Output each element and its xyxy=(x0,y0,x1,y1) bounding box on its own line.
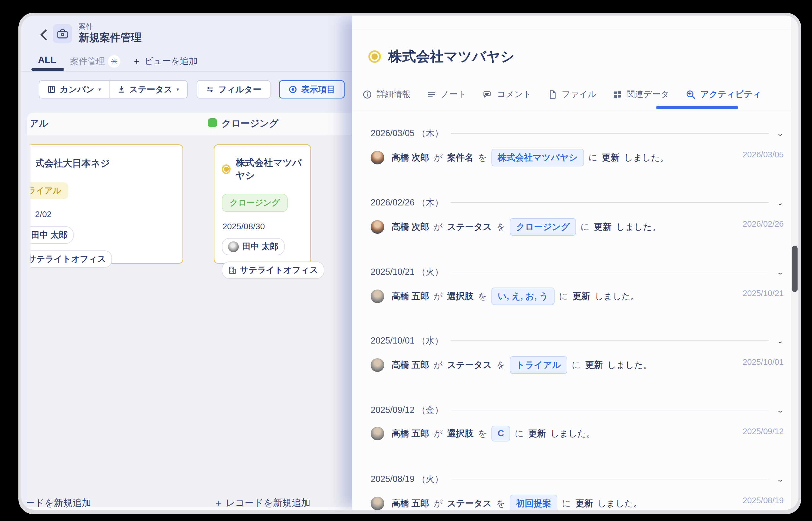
chevron-down-icon: ▾ xyxy=(98,86,101,93)
card-company-name: 株式会社マツバヤシ xyxy=(236,157,310,182)
field-name: 選択肢 xyxy=(447,428,473,439)
owner-name: 田中 太郎 xyxy=(31,229,67,241)
group-by-icon xyxy=(117,86,125,93)
date-divider xyxy=(451,133,769,134)
actor-name: 高橋 次郎 xyxy=(392,152,429,163)
record-status-radio-icon xyxy=(368,50,381,63)
card-owner-chip: 田中 太郎 xyxy=(30,226,183,244)
tab-details[interactable]: 詳細情報 xyxy=(363,89,411,100)
field-name: ステータス xyxy=(447,359,492,371)
view-tab-kanri-label: 案件管理 xyxy=(70,55,105,67)
new-value-chip: 株式会社マツバヤシ xyxy=(491,149,584,166)
collapse-chevron-icon[interactable]: ⌄ xyxy=(776,268,784,276)
date-divider xyxy=(451,340,769,341)
layout-select-button[interactable]: カンバン ▾ xyxy=(39,81,109,98)
card-status-badge: クロージング xyxy=(222,194,288,212)
new-value-chip: クロージング xyxy=(510,218,576,236)
layout-groupby-segmented-control: カンバン ▾ ステータス ▾ xyxy=(39,81,188,98)
record-type-label: 案件 xyxy=(79,22,93,31)
tab-related-data[interactable]: 関連データ xyxy=(613,89,669,100)
date-divider xyxy=(451,202,769,203)
actor-avatar xyxy=(371,358,384,372)
tab-notes[interactable]: ノート xyxy=(427,89,466,100)
chevron-left-icon xyxy=(40,29,47,41)
display-fields-button[interactable]: 表示項目 xyxy=(279,81,345,98)
groupby-label: ステータス xyxy=(129,84,172,95)
actor-name: 高橋 五郎 xyxy=(392,359,429,371)
new-value-chip: い, え, お, う xyxy=(491,288,555,305)
filter-button[interactable]: フィルター xyxy=(196,81,271,98)
record-detail-panel: 株式会社マツバヤシ 詳細情報 ノート コメ xyxy=(352,16,798,510)
activity-group: 2025/10/21 （火） ⌄ 高橋 五郎 が 選択肢 を い, え, お, … xyxy=(371,266,784,305)
card-company-name: 株式会社大日本ネジ xyxy=(36,157,183,170)
groupby-select-button[interactable]: ステータス ▾ xyxy=(109,81,187,98)
actor-name: 高橋 五郎 xyxy=(392,498,429,509)
actor-avatar xyxy=(371,151,384,164)
active-view-tab-underline xyxy=(31,68,64,71)
kanban-card-matsubayashi[interactable]: 株式会社マツバヤシ クロージング 2025/08/30 田中 太郎 xyxy=(214,144,311,264)
card-status-badge: トライアル xyxy=(30,182,183,199)
activity-entry: 高橋 五郎 が ステータス を 初回提案 に 更新 しました。 2025/08/… xyxy=(371,495,784,510)
activity-entry: 高橋 五郎 が 選択肢 を い, え, お, う に 更新 しました。 2025… xyxy=(371,288,784,305)
card-office-chip: サテライトオフィス xyxy=(30,250,183,268)
actor-name: 高橋 五郎 xyxy=(392,428,429,439)
column-header-trial: トライアル xyxy=(31,117,65,130)
tab-activity[interactable]: アクティビティ xyxy=(686,89,761,100)
activity-date: 2026/03/05 （木） xyxy=(371,127,443,139)
date-divider xyxy=(451,410,769,410)
collapse-chevron-icon[interactable]: ⌄ xyxy=(776,199,784,207)
tab-files[interactable]: ファイル xyxy=(548,89,597,100)
activity-date: 2025/10/01 （水） xyxy=(371,335,443,347)
kanban-card-dainihon-neji[interactable]: 株式会社大日本ネジ トライアル 2/02 田中 太郎 xyxy=(30,144,183,264)
activity-entry: 高橋 次郎 が 案件名 を 株式会社マツバヤシ に 更新 しました。 2026/… xyxy=(371,149,784,166)
chevron-down-icon: ▾ xyxy=(177,86,179,93)
activity-group: 2025/09/12 （金） ⌄ 高橋 五郎 が 選択肢 を C に 更新 しま… xyxy=(371,404,784,441)
scrollbar-thumb[interactable] xyxy=(792,246,797,292)
collapse-chevron-icon[interactable]: ⌄ xyxy=(776,337,784,345)
add-record-button-closing[interactable]: ＋ レコードを新規追加 xyxy=(214,497,310,509)
card-date: 2025/08/30 xyxy=(223,222,310,231)
field-name: 選択肢 xyxy=(447,290,473,302)
activity-entry: 高橋 次郎 が ステータス を クロージング に 更新 しました。 2026/0… xyxy=(371,218,784,236)
detail-tabbar: 詳細情報 ノート コメント ファイル xyxy=(363,89,761,100)
new-value-chip: 初回提案 xyxy=(510,495,557,510)
add-view-label: ビューを追加 xyxy=(144,55,198,67)
field-name: ステータス xyxy=(447,498,492,509)
note-icon xyxy=(427,90,436,99)
collapse-chevron-icon[interactable]: ⌄ xyxy=(776,406,784,414)
comment-icon xyxy=(483,90,492,99)
card-date: 2/02 xyxy=(35,209,183,219)
view-tab-all[interactable]: ALL xyxy=(38,54,56,65)
collapse-chevron-icon[interactable]: ⌄ xyxy=(776,475,784,483)
info-icon xyxy=(363,90,372,99)
column-header-closing: クロージング xyxy=(222,117,279,130)
activity-date: 2026/02/26 （木） xyxy=(371,197,443,209)
field-name: ステータス xyxy=(447,221,492,233)
tab-comments[interactable]: コメント xyxy=(483,89,532,100)
filter-label: フィルター xyxy=(218,84,261,95)
plus-icon: ＋ xyxy=(132,55,141,67)
collapse-chevron-icon[interactable]: ⌄ xyxy=(776,129,784,137)
layout-label: カンバン xyxy=(60,84,94,95)
board-toolbar: カンバン ▾ ステータス ▾ フィルター xyxy=(39,81,345,98)
activity-group: 2025/08/19 （火） ⌄ 高橋 五郎 が ステータス を 初回提案 に … xyxy=(371,473,784,510)
owner-name: 田中 太郎 xyxy=(242,241,278,252)
add-view-button[interactable]: ＋ ビューを追加 xyxy=(132,55,198,67)
view-tab-kanri[interactable]: 案件管理 ✳ xyxy=(70,55,120,68)
actor-name: 高橋 五郎 xyxy=(392,290,429,302)
new-value-chip: トライアル xyxy=(510,356,567,374)
related-data-icon xyxy=(613,90,622,99)
activity-timestamp: 2026/02/26 xyxy=(743,219,784,229)
ai-starburst-icon: ✳ xyxy=(108,55,120,68)
activity-entry: 高橋 五郎 が 選択肢 を C に 更新 しました。 2025/09/12 xyxy=(371,426,784,441)
activity-timestamp: 2025/09/12 xyxy=(743,427,784,436)
selected-radio-icon xyxy=(222,164,231,174)
back-button[interactable] xyxy=(36,27,51,43)
activity-group: 2026/02/26 （木） ⌄ 高橋 次郎 が ステータス を クロージング … xyxy=(371,197,784,236)
file-icon xyxy=(548,90,557,99)
office-name: サテライトオフィス xyxy=(30,253,106,265)
activity-timestamp: 2025/10/01 xyxy=(743,358,784,367)
app-window: 案件 新規案件管理 ALL 案件管理 ✳ ＋ ビューを追加 カンバン ▾ xyxy=(21,16,798,510)
add-record-button-trial[interactable]: ＋ レコードを新規追加 xyxy=(27,497,91,509)
owner-avatar xyxy=(228,242,239,252)
